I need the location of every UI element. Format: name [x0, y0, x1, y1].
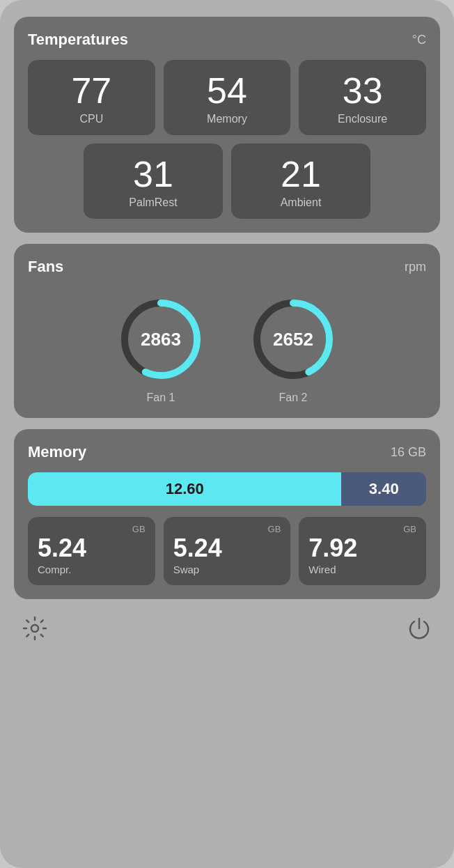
memory-stat-compr-value: 5.24 — [38, 534, 86, 562]
temp-value-enclosure: 33 — [343, 72, 383, 109]
temp-value-memory: 54 — [207, 72, 247, 109]
fan2-item: 2652 Fan 2 — [248, 294, 338, 404]
temp-value-palmrest: 31 — [133, 156, 173, 192]
memory-stat-wired-value: 7.92 — [308, 534, 357, 562]
memory-stat-compr-unit: GB — [132, 524, 146, 534]
app-container: Temperatures °C 77 CPU 54 Memory 33 Encl… — [0, 0, 454, 868]
temp-value-cpu: 77 — [71, 72, 111, 109]
temperatures-header: Temperatures °C — [28, 31, 426, 49]
temp-cell-cpu: 77 CPU — [28, 60, 155, 135]
power-button[interactable] — [407, 616, 432, 641]
fans-header: Fans rpm — [28, 258, 426, 276]
fan1-item: 2863 Fan 1 — [116, 294, 206, 404]
temp-label-memory: Memory — [207, 113, 247, 125]
fans-card: Fans rpm 2863 Fan 1 — [14, 244, 440, 418]
temperatures-card: Temperatures °C 77 CPU 54 Memory 33 Encl… — [14, 17, 440, 233]
temp-label-cpu: CPU — [79, 113, 103, 125]
memory-stats-grid: GB 5.24 Compr. GB 5.24 Swap GB 7.92 Wire… — [28, 517, 426, 585]
memory-stat-compr-label: Compr. — [38, 564, 71, 575]
memory-stat-swap-label: Swap — [173, 564, 200, 575]
svg-point-4 — [31, 625, 38, 632]
temp-cell-enclosure: 33 Enclosure — [299, 60, 426, 135]
temperature-grid-bottom: 31 PalmRest 21 Ambient — [28, 144, 426, 219]
footer — [14, 610, 440, 644]
memory-bar-used: 12.60 — [28, 472, 341, 506]
temp-cell-memory: 54 Memory — [164, 60, 291, 135]
temperature-grid-top: 77 CPU 54 Memory 33 Enclosure — [28, 60, 426, 135]
memory-free-value: 3.40 — [369, 480, 399, 498]
temp-label-palmrest: PalmRest — [129, 196, 177, 209]
fan1-value: 2863 — [141, 329, 181, 350]
settings-button[interactable] — [22, 616, 47, 641]
memory-header: Memory 16 GB — [28, 443, 426, 461]
memory-stat-swap-unit: GB — [268, 524, 281, 534]
temp-label-ambient: Ambient — [281, 196, 322, 209]
memory-card: Memory 16 GB 12.60 3.40 GB 5.24 Compr. G… — [14, 429, 440, 599]
memory-stat-swap: GB 5.24 Swap — [164, 517, 291, 585]
memory-stat-wired: GB 7.92 Wired — [299, 517, 426, 585]
memory-title: Memory — [28, 443, 86, 461]
fans-row: 2863 Fan 1 2652 Fan 2 — [28, 287, 426, 404]
memory-bar: 12.60 3.40 — [28, 472, 426, 506]
memory-bar-free: 3.40 — [341, 472, 426, 506]
memory-stat-wired-unit: GB — [403, 524, 416, 534]
temp-label-enclosure: Enclosure — [338, 113, 387, 125]
temp-value-ambient: 21 — [281, 156, 321, 192]
memory-stat-swap-value: 5.24 — [173, 534, 222, 562]
fan2-value: 2652 — [273, 329, 313, 350]
memory-used-value: 12.60 — [166, 480, 204, 498]
fans-title: Fans — [28, 258, 63, 276]
temp-cell-ambient: 21 Ambient — [231, 144, 370, 219]
fan2-label: Fan 2 — [279, 392, 308, 404]
fan1-circle: 2863 — [116, 294, 206, 385]
fans-unit: rpm — [405, 260, 426, 274]
memory-stat-wired-label: Wired — [308, 564, 336, 575]
temp-cell-palmrest: 31 PalmRest — [84, 144, 223, 219]
temperatures-unit: °C — [412, 33, 426, 47]
temperatures-title: Temperatures — [28, 31, 128, 49]
memory-stat-compr: GB 5.24 Compr. — [28, 517, 155, 585]
memory-total: 16 GB — [391, 445, 426, 460]
fan2-circle: 2652 — [248, 294, 338, 385]
fan1-label: Fan 1 — [147, 392, 175, 404]
